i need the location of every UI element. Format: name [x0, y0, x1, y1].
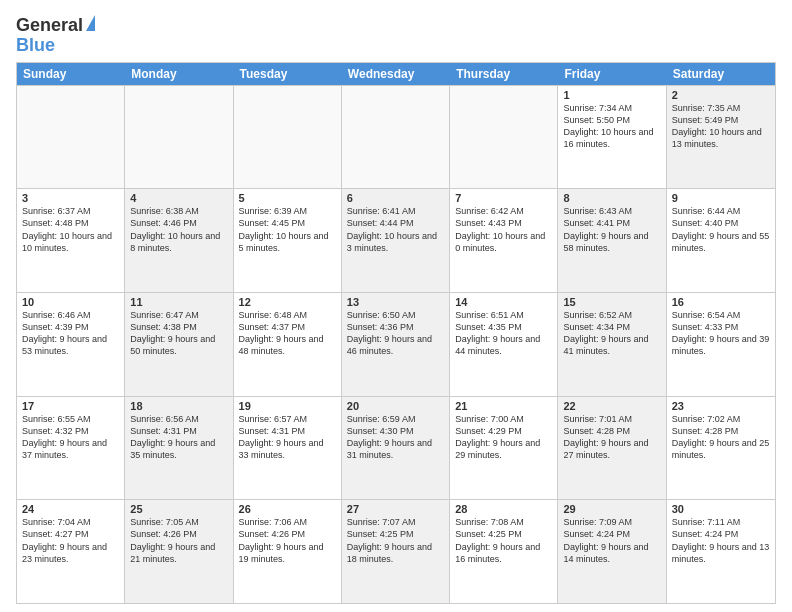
logo-triangle-icon — [86, 15, 95, 31]
cell-info: Sunrise: 7:01 AMSunset: 4:28 PMDaylight:… — [563, 413, 660, 462]
day-number: 5 — [239, 192, 336, 204]
logo: General Blue — [16, 16, 95, 56]
header-cell-thursday: Thursday — [450, 63, 558, 85]
cal-cell-day-10: 10Sunrise: 6:46 AMSunset: 4:39 PMDayligh… — [17, 293, 125, 396]
day-number: 2 — [672, 89, 770, 101]
cell-info: Sunrise: 6:44 AMSunset: 4:40 PMDaylight:… — [672, 205, 770, 254]
cell-info: Sunrise: 7:34 AMSunset: 5:50 PMDaylight:… — [563, 102, 660, 151]
calendar-row-1: 3Sunrise: 6:37 AMSunset: 4:48 PMDaylight… — [17, 188, 775, 292]
day-number: 12 — [239, 296, 336, 308]
cell-info: Sunrise: 6:50 AMSunset: 4:36 PMDaylight:… — [347, 309, 444, 358]
cal-cell-day-24: 24Sunrise: 7:04 AMSunset: 4:27 PMDayligh… — [17, 500, 125, 603]
header-cell-wednesday: Wednesday — [342, 63, 450, 85]
cell-info: Sunrise: 7:09 AMSunset: 4:24 PMDaylight:… — [563, 516, 660, 565]
cal-cell-day-13: 13Sunrise: 6:50 AMSunset: 4:36 PMDayligh… — [342, 293, 450, 396]
cell-info: Sunrise: 6:39 AMSunset: 4:45 PMDaylight:… — [239, 205, 336, 254]
cal-cell-day-22: 22Sunrise: 7:01 AMSunset: 4:28 PMDayligh… — [558, 397, 666, 500]
cal-cell-day-16: 16Sunrise: 6:54 AMSunset: 4:33 PMDayligh… — [667, 293, 775, 396]
calendar-row-0: 1Sunrise: 7:34 AMSunset: 5:50 PMDaylight… — [17, 85, 775, 189]
cell-info: Sunrise: 6:52 AMSunset: 4:34 PMDaylight:… — [563, 309, 660, 358]
cal-cell-day-26: 26Sunrise: 7:06 AMSunset: 4:26 PMDayligh… — [234, 500, 342, 603]
logo-text-general: General — [16, 16, 83, 36]
cal-cell-empty — [234, 86, 342, 189]
cal-cell-day-27: 27Sunrise: 7:07 AMSunset: 4:25 PMDayligh… — [342, 500, 450, 603]
cell-info: Sunrise: 6:38 AMSunset: 4:46 PMDaylight:… — [130, 205, 227, 254]
day-number: 19 — [239, 400, 336, 412]
day-number: 6 — [347, 192, 444, 204]
day-number: 17 — [22, 400, 119, 412]
cal-cell-day-8: 8Sunrise: 6:43 AMSunset: 4:41 PMDaylight… — [558, 189, 666, 292]
day-number: 25 — [130, 503, 227, 515]
cal-cell-day-19: 19Sunrise: 6:57 AMSunset: 4:31 PMDayligh… — [234, 397, 342, 500]
day-number: 3 — [22, 192, 119, 204]
day-number: 22 — [563, 400, 660, 412]
cal-cell-day-28: 28Sunrise: 7:08 AMSunset: 4:25 PMDayligh… — [450, 500, 558, 603]
day-number: 27 — [347, 503, 444, 515]
cal-cell-day-5: 5Sunrise: 6:39 AMSunset: 4:45 PMDaylight… — [234, 189, 342, 292]
day-number: 24 — [22, 503, 119, 515]
cell-info: Sunrise: 7:02 AMSunset: 4:28 PMDaylight:… — [672, 413, 770, 462]
calendar-body: 1Sunrise: 7:34 AMSunset: 5:50 PMDaylight… — [17, 85, 775, 603]
header: General Blue — [16, 12, 776, 56]
cell-info: Sunrise: 7:35 AMSunset: 5:49 PMDaylight:… — [672, 102, 770, 151]
cal-cell-day-3: 3Sunrise: 6:37 AMSunset: 4:48 PMDaylight… — [17, 189, 125, 292]
day-number: 23 — [672, 400, 770, 412]
day-number: 4 — [130, 192, 227, 204]
cal-cell-empty — [450, 86, 558, 189]
calendar-row-3: 17Sunrise: 6:55 AMSunset: 4:32 PMDayligh… — [17, 396, 775, 500]
day-number: 28 — [455, 503, 552, 515]
cal-cell-day-2: 2Sunrise: 7:35 AMSunset: 5:49 PMDaylight… — [667, 86, 775, 189]
day-number: 21 — [455, 400, 552, 412]
page: General Blue SundayMondayTuesdayWednesda… — [0, 0, 792, 612]
day-number: 26 — [239, 503, 336, 515]
cal-cell-day-29: 29Sunrise: 7:09 AMSunset: 4:24 PMDayligh… — [558, 500, 666, 603]
cell-info: Sunrise: 6:59 AMSunset: 4:30 PMDaylight:… — [347, 413, 444, 462]
cal-cell-day-30: 30Sunrise: 7:11 AMSunset: 4:24 PMDayligh… — [667, 500, 775, 603]
cell-info: Sunrise: 6:54 AMSunset: 4:33 PMDaylight:… — [672, 309, 770, 358]
cal-cell-day-14: 14Sunrise: 6:51 AMSunset: 4:35 PMDayligh… — [450, 293, 558, 396]
cal-cell-day-23: 23Sunrise: 7:02 AMSunset: 4:28 PMDayligh… — [667, 397, 775, 500]
header-cell-saturday: Saturday — [667, 63, 775, 85]
cell-info: Sunrise: 6:48 AMSunset: 4:37 PMDaylight:… — [239, 309, 336, 358]
cal-cell-day-17: 17Sunrise: 6:55 AMSunset: 4:32 PMDayligh… — [17, 397, 125, 500]
cal-cell-day-7: 7Sunrise: 6:42 AMSunset: 4:43 PMDaylight… — [450, 189, 558, 292]
day-number: 20 — [347, 400, 444, 412]
header-cell-sunday: Sunday — [17, 63, 125, 85]
cal-cell-empty — [342, 86, 450, 189]
cal-cell-day-12: 12Sunrise: 6:48 AMSunset: 4:37 PMDayligh… — [234, 293, 342, 396]
cal-cell-empty — [125, 86, 233, 189]
cell-info: Sunrise: 6:37 AMSunset: 4:48 PMDaylight:… — [22, 205, 119, 254]
cell-info: Sunrise: 7:06 AMSunset: 4:26 PMDaylight:… — [239, 516, 336, 565]
header-cell-tuesday: Tuesday — [234, 63, 342, 85]
day-number: 13 — [347, 296, 444, 308]
cell-info: Sunrise: 6:41 AMSunset: 4:44 PMDaylight:… — [347, 205, 444, 254]
header-cell-monday: Monday — [125, 63, 233, 85]
cell-info: Sunrise: 7:07 AMSunset: 4:25 PMDaylight:… — [347, 516, 444, 565]
cell-info: Sunrise: 7:08 AMSunset: 4:25 PMDaylight:… — [455, 516, 552, 565]
cell-info: Sunrise: 7:05 AMSunset: 4:26 PMDaylight:… — [130, 516, 227, 565]
day-number: 29 — [563, 503, 660, 515]
calendar: SundayMondayTuesdayWednesdayThursdayFrid… — [16, 62, 776, 604]
cell-info: Sunrise: 6:55 AMSunset: 4:32 PMDaylight:… — [22, 413, 119, 462]
cell-info: Sunrise: 7:00 AMSunset: 4:29 PMDaylight:… — [455, 413, 552, 462]
cell-info: Sunrise: 6:42 AMSunset: 4:43 PMDaylight:… — [455, 205, 552, 254]
cal-cell-day-15: 15Sunrise: 6:52 AMSunset: 4:34 PMDayligh… — [558, 293, 666, 396]
day-number: 8 — [563, 192, 660, 204]
cal-cell-day-9: 9Sunrise: 6:44 AMSunset: 4:40 PMDaylight… — [667, 189, 775, 292]
day-number: 11 — [130, 296, 227, 308]
calendar-header: SundayMondayTuesdayWednesdayThursdayFrid… — [17, 63, 775, 85]
day-number: 16 — [672, 296, 770, 308]
day-number: 14 — [455, 296, 552, 308]
day-number: 7 — [455, 192, 552, 204]
cell-info: Sunrise: 6:47 AMSunset: 4:38 PMDaylight:… — [130, 309, 227, 358]
day-number: 9 — [672, 192, 770, 204]
cell-info: Sunrise: 6:43 AMSunset: 4:41 PMDaylight:… — [563, 205, 660, 254]
cell-info: Sunrise: 7:04 AMSunset: 4:27 PMDaylight:… — [22, 516, 119, 565]
calendar-row-4: 24Sunrise: 7:04 AMSunset: 4:27 PMDayligh… — [17, 499, 775, 603]
cell-info: Sunrise: 7:11 AMSunset: 4:24 PMDaylight:… — [672, 516, 770, 565]
cal-cell-day-1: 1Sunrise: 7:34 AMSunset: 5:50 PMDaylight… — [558, 86, 666, 189]
cell-info: Sunrise: 6:56 AMSunset: 4:31 PMDaylight:… — [130, 413, 227, 462]
header-cell-friday: Friday — [558, 63, 666, 85]
cal-cell-day-4: 4Sunrise: 6:38 AMSunset: 4:46 PMDaylight… — [125, 189, 233, 292]
cal-cell-empty — [17, 86, 125, 189]
